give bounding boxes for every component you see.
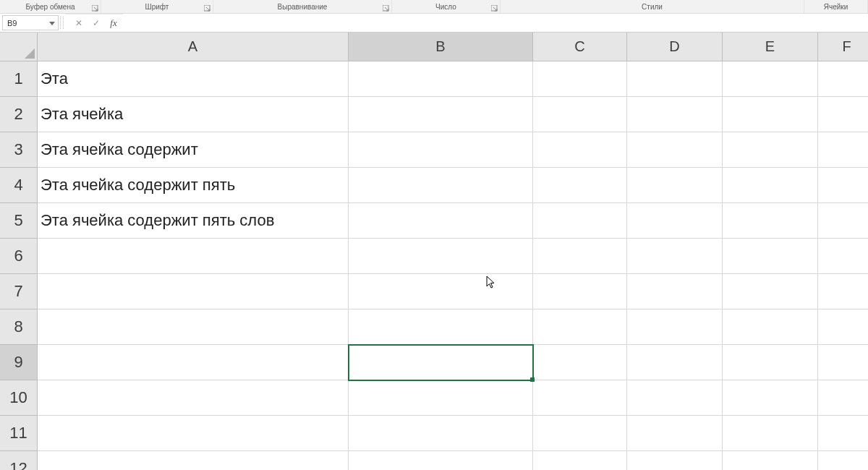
cell-A5[interactable]: Эта ячейка содержит пять слов (38, 203, 349, 239)
cell-A3[interactable]: Эта ячейка содержит (38, 132, 349, 168)
cell-B2[interactable] (349, 97, 533, 132)
name-box[interactable]: B9 (2, 15, 59, 30)
cell-C5[interactable] (533, 203, 627, 239)
row-header-9[interactable]: 9 (0, 345, 38, 380)
cell-E8[interactable] (723, 309, 818, 345)
cell-C9[interactable] (533, 345, 627, 380)
cancel-button[interactable]: ✕ (71, 16, 87, 30)
column-header-B[interactable]: B (349, 33, 533, 61)
cell-F10[interactable] (818, 380, 868, 416)
row-header-8[interactable]: 8 (0, 309, 38, 345)
select-all-corner[interactable] (0, 33, 38, 61)
cell-F3[interactable] (818, 132, 868, 168)
cell-F12[interactable] (818, 451, 868, 470)
cell-C1[interactable] (533, 61, 627, 97)
cell-E9[interactable] (723, 345, 818, 380)
chevron-down-icon[interactable] (49, 19, 55, 27)
cell-F11[interactable] (818, 416, 868, 451)
column-header-A[interactable]: A (38, 33, 349, 61)
cell-B1[interactable] (349, 61, 533, 97)
cell-C6[interactable] (533, 239, 627, 274)
row-header-5[interactable]: 5 (0, 203, 38, 239)
row-header-12[interactable]: 12 (0, 451, 38, 470)
cell-A12[interactable] (38, 451, 349, 470)
dialog-launcher-icon[interactable] (204, 5, 210, 12)
insert-function-button[interactable]: fx (106, 16, 122, 30)
cell-A4[interactable]: Эта ячейка содержит пять (38, 168, 349, 203)
cell-B8[interactable] (349, 309, 533, 345)
cell-D12[interactable] (627, 451, 723, 470)
cell-A8[interactable] (38, 309, 349, 345)
cell-A1[interactable]: Эта (38, 61, 349, 97)
cell-E7[interactable] (723, 274, 818, 309)
vertical-grip[interactable] (60, 17, 64, 29)
cell-C7[interactable] (533, 274, 627, 309)
row-header-10[interactable]: 10 (0, 380, 38, 416)
cell-D8[interactable] (627, 309, 723, 345)
dialog-launcher-icon[interactable] (383, 5, 389, 12)
column-header-D[interactable]: D (627, 33, 723, 61)
row-header-3[interactable]: 3 (0, 132, 38, 168)
cell-E6[interactable] (723, 239, 818, 274)
cell-B4[interactable] (349, 168, 533, 203)
cell-C8[interactable] (533, 309, 627, 345)
cell-E3[interactable] (723, 132, 818, 168)
cell-B5[interactable] (349, 203, 533, 239)
column-header-E[interactable]: E (723, 33, 818, 61)
cell-C12[interactable] (533, 451, 627, 470)
cell-D5[interactable] (627, 203, 723, 239)
cell-C11[interactable] (533, 416, 627, 451)
row-header-11[interactable]: 11 (0, 416, 38, 451)
cell-F8[interactable] (818, 309, 868, 345)
cell-D7[interactable] (627, 274, 723, 309)
cell-E5[interactable] (723, 203, 818, 239)
cell-B7[interactable] (349, 274, 533, 309)
cell-E1[interactable] (723, 61, 818, 97)
column-header-F[interactable]: F (818, 33, 868, 61)
row-header-7[interactable]: 7 (0, 274, 38, 309)
cell-E4[interactable] (723, 168, 818, 203)
cell-B12[interactable] (349, 451, 533, 470)
cell-A2[interactable]: Эта ячейка (38, 97, 349, 132)
cell-C10[interactable] (533, 380, 627, 416)
cell-F4[interactable] (818, 168, 868, 203)
cell-B3[interactable] (349, 132, 533, 168)
cell-D11[interactable] (627, 416, 723, 451)
cell-C2[interactable] (533, 97, 627, 132)
dialog-launcher-icon[interactable] (491, 5, 498, 12)
cell-F2[interactable] (818, 97, 868, 132)
row-header-1[interactable]: 1 (0, 61, 38, 97)
cell-D4[interactable] (627, 168, 723, 203)
cell-D3[interactable] (627, 132, 723, 168)
cell-D6[interactable] (627, 239, 723, 274)
cell-A6[interactable] (38, 239, 349, 274)
cell-B6[interactable] (349, 239, 533, 274)
row-header-2[interactable]: 2 (0, 97, 38, 132)
row-header-6[interactable]: 6 (0, 239, 38, 274)
cell-E12[interactable] (723, 451, 818, 470)
enter-button[interactable]: ✓ (88, 16, 104, 30)
dialog-launcher-icon[interactable] (92, 5, 98, 12)
cell-A11[interactable] (38, 416, 349, 451)
formula-input[interactable] (123, 14, 868, 32)
cell-D2[interactable] (627, 97, 723, 132)
cell-D9[interactable] (627, 345, 723, 380)
cell-F9[interactable] (818, 345, 868, 380)
cell-F6[interactable] (818, 239, 868, 274)
row-header-4[interactable]: 4 (0, 168, 38, 203)
cell-E11[interactable] (723, 416, 818, 451)
cell-A9[interactable] (38, 345, 349, 380)
cell-A7[interactable] (38, 274, 349, 309)
cell-B11[interactable] (349, 416, 533, 451)
cell-D1[interactable] (627, 61, 723, 97)
cell-E10[interactable] (723, 380, 818, 416)
cell-D10[interactable] (627, 380, 723, 416)
cell-B10[interactable] (349, 380, 533, 416)
cell-E2[interactable] (723, 97, 818, 132)
cell-A10[interactable] (38, 380, 349, 416)
column-header-C[interactable]: C (533, 33, 627, 61)
cell-B9[interactable] (349, 345, 533, 380)
cell-F7[interactable] (818, 274, 868, 309)
cell-F5[interactable] (818, 203, 868, 239)
cell-C3[interactable] (533, 132, 627, 168)
